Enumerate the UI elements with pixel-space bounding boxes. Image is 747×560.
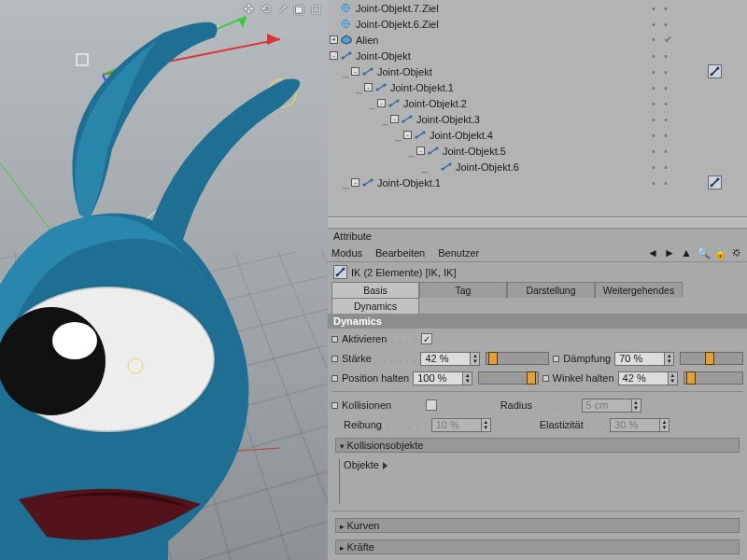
field-anglehold[interactable]: 42 %▲▼ xyxy=(618,371,678,385)
visibility-dots[interactable]: • • xyxy=(652,66,708,77)
field-damping[interactable]: 70 %▲▼ xyxy=(614,352,674,366)
keyframe-dot[interactable] xyxy=(331,375,338,382)
object-label[interactable]: Joint-Objekt.6 xyxy=(456,161,519,173)
joint-icon xyxy=(388,98,401,108)
svg-rect-5 xyxy=(77,54,88,65)
object-label[interactable]: Joint-Objekt.1 xyxy=(377,177,441,189)
slider-strength[interactable] xyxy=(486,352,549,365)
expand-toggle[interactable]: - xyxy=(351,67,359,76)
slider-poshold[interactable] xyxy=(478,371,538,385)
checkbox-collisions[interactable] xyxy=(426,399,437,411)
panel-drag-handle[interactable] xyxy=(328,217,747,229)
ik-tag-icon[interactable] xyxy=(708,175,722,189)
hierarchy-row[interactable]: ⎯-Joint-Objekt.1• • xyxy=(328,79,747,95)
expand-toggle[interactable]: - xyxy=(330,51,338,60)
hierarchy-row[interactable]: ⎯-Joint-Objekt.4• • xyxy=(328,127,747,143)
expand-toggle[interactable]: - xyxy=(416,147,425,155)
visibility-dots[interactable]: • • xyxy=(652,146,708,157)
object-label[interactable]: Joint-Objekt xyxy=(356,50,411,62)
svg-point-61 xyxy=(402,119,404,122)
object-label[interactable]: Joint-Objekt.4 xyxy=(430,130,493,141)
group-forces[interactable]: Kräfte xyxy=(335,539,740,554)
group-curves[interactable]: Kurven xyxy=(335,518,740,533)
tab-dynamics[interactable]: Dynamics xyxy=(331,298,419,314)
null-icon xyxy=(340,3,353,13)
slider-damping[interactable] xyxy=(680,352,743,365)
tab-basis[interactable]: Basis xyxy=(331,282,419,298)
visibility-dots[interactable]: • ✔ xyxy=(652,34,708,46)
tag-slot[interactable] xyxy=(708,175,747,189)
expand-toggle[interactable]: + xyxy=(330,35,338,44)
nav-fwd-icon[interactable]: ► xyxy=(663,246,676,259)
visibility-dots[interactable]: • • xyxy=(652,19,708,30)
svg-point-70 xyxy=(441,167,444,170)
lock-icon[interactable]: 🔒 xyxy=(713,246,726,259)
expand-toggle[interactable]: - xyxy=(364,83,373,91)
tab-display[interactable]: Darstellung xyxy=(507,282,595,298)
hierarchy-row[interactable]: Joint-Objekt.7.Ziel• • xyxy=(328,0,747,16)
nav-back-icon[interactable]: ◄ xyxy=(646,246,659,259)
visibility-dots[interactable]: • • xyxy=(652,177,708,189)
gear-icon[interactable]: ⛭ xyxy=(730,246,743,259)
svg-point-73 xyxy=(362,183,365,186)
keyframe-dot[interactable] xyxy=(331,336,338,343)
label-damping: Dämpfung xyxy=(563,353,611,364)
object-label[interactable]: Joint-Objekt.5 xyxy=(443,146,506,157)
object-label[interactable]: Joint-Objekt.3 xyxy=(416,114,480,125)
expand-toggle[interactable]: - xyxy=(390,115,399,123)
hierarchy-row[interactable]: ⎯-Joint-Objekt.2• • xyxy=(328,95,747,111)
hierarchy-row[interactable]: ⎯-Joint-Objekt.1• • xyxy=(328,175,747,190)
group-collision-objects[interactable]: Kollisionsobjekte xyxy=(335,438,740,453)
hierarchy-row[interactable]: -Joint-Objekt• • xyxy=(328,48,747,63)
nav-up-icon[interactable]: ▲ xyxy=(680,246,693,259)
svg-point-46 xyxy=(341,56,344,59)
hierarchy-row[interactable]: ⎯-Joint-Objekt• • xyxy=(328,63,747,79)
slider-anglehold[interactable] xyxy=(684,371,743,385)
tag-slot[interactable] xyxy=(708,64,747,78)
visibility-dots[interactable]: • • xyxy=(652,82,708,93)
expand-toggle[interactable]: - xyxy=(403,131,412,139)
menu-mode[interactable]: Modus xyxy=(331,247,362,259)
visibility-dots[interactable]: • • xyxy=(652,3,708,14)
keyframe-dot[interactable] xyxy=(553,356,559,362)
joint-icon xyxy=(361,177,374,188)
object-manager[interactable]: Joint-Objekt.7.Ziel• •Joint-Objekt.6.Zie… xyxy=(328,0,747,217)
attribute-manager: Attribute Modus Bearbeiten Benutzer ◄ ► … xyxy=(328,217,747,560)
tab-advanced[interactable]: Weitergehendes xyxy=(595,282,683,298)
menu-edit[interactable]: Bearbeiten xyxy=(375,247,425,259)
object-label[interactable]: Alien xyxy=(356,35,378,46)
visibility-dots[interactable]: • • xyxy=(652,130,708,141)
keyframe-dot[interactable] xyxy=(331,356,338,362)
visibility-dots[interactable]: • • xyxy=(652,98,708,109)
visibility-dots[interactable]: • • xyxy=(652,161,708,173)
checkbox-activate[interactable]: ✓ xyxy=(421,333,432,344)
expand-toggle[interactable]: - xyxy=(351,178,359,187)
object-label[interactable]: Joint-Objekt xyxy=(377,66,432,77)
collision-objects-dropzone[interactable]: Objekte xyxy=(339,459,736,504)
svg-point-71 xyxy=(448,162,451,165)
object-label[interactable]: Joint-Objekt.7.Ziel xyxy=(356,3,439,14)
hierarchy-row[interactable]: +Alien• ✔ xyxy=(328,32,747,48)
tab-tag[interactable]: Tag xyxy=(419,282,507,298)
field-poshold[interactable]: 100 %▲▼ xyxy=(413,371,472,385)
visibility-dots[interactable]: • • xyxy=(652,114,708,125)
object-label[interactable]: Joint-Objekt.2 xyxy=(403,98,467,109)
ik-tag-icon[interactable] xyxy=(708,64,722,78)
menu-user[interactable]: Benutzer xyxy=(438,247,479,259)
hierarchy-row[interactable]: Joint-Objekt.6.Ziel• • xyxy=(328,16,747,32)
object-label[interactable]: Joint-Objekt.6.Ziel xyxy=(356,19,439,30)
viewport-3d[interactable]: ✥ ⟲ ⤢ ▣ ◻ xyxy=(0,0,328,560)
search-icon[interactable]: 🔍 xyxy=(697,246,710,259)
keyframe-dot[interactable] xyxy=(543,375,549,382)
hierarchy-row[interactable]: ⎯-Joint-Objekt.5• • xyxy=(328,143,747,159)
dropdown-arrow-icon[interactable] xyxy=(383,462,388,469)
object-label[interactable]: Joint-Objekt.1 xyxy=(390,82,454,93)
joint-icon xyxy=(340,50,353,61)
field-strength[interactable]: 42 %▲▼ xyxy=(420,352,480,366)
visibility-dots[interactable]: • • xyxy=(652,50,708,62)
label-strength: Stärke . . . . . . xyxy=(342,353,416,364)
expand-toggle[interactable]: - xyxy=(377,99,386,107)
keyframe-dot[interactable] xyxy=(331,402,338,409)
hierarchy-row[interactable]: ⎯-Joint-Objekt.3• • xyxy=(328,111,747,127)
hierarchy-row[interactable]: ⎯Joint-Objekt.6• • xyxy=(328,159,747,175)
